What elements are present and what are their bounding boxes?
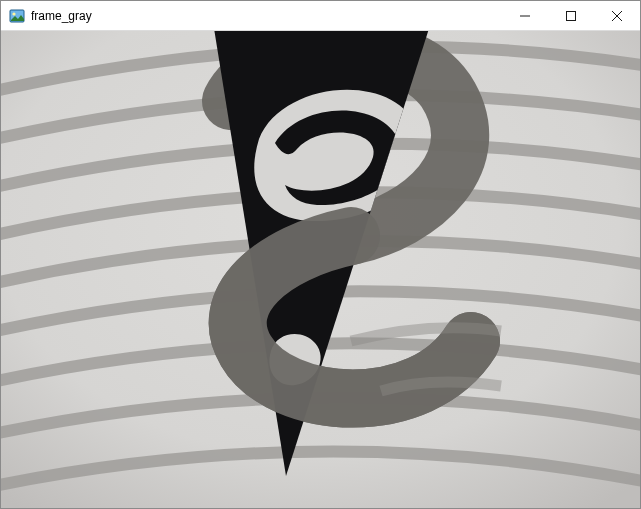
maximize-button[interactable]: [548, 1, 594, 31]
image-viewport: [1, 31, 640, 508]
svg-rect-2: [567, 11, 576, 20]
window-title: frame_gray: [31, 9, 100, 23]
app-window: frame_gray: [0, 0, 641, 509]
svg-point-1: [12, 12, 15, 15]
frame-gray-image: [1, 31, 640, 508]
app-image-icon: [9, 8, 25, 24]
close-button[interactable]: [594, 1, 640, 31]
titlebar[interactable]: frame_gray: [1, 1, 640, 31]
minimize-button[interactable]: [502, 1, 548, 31]
